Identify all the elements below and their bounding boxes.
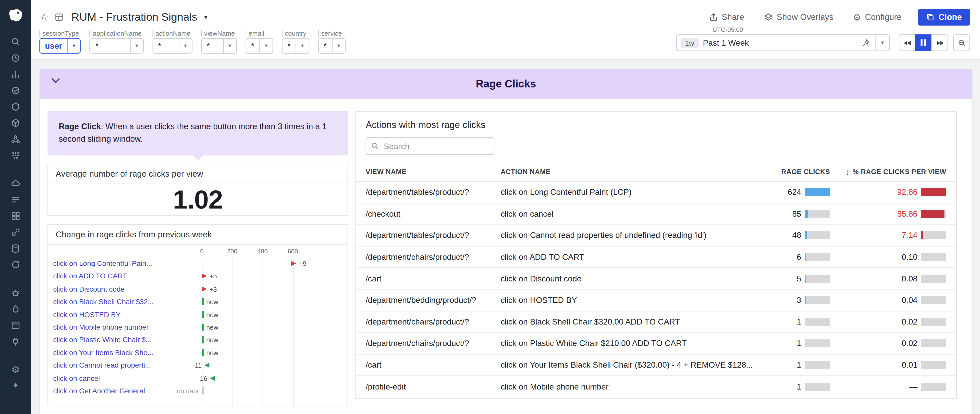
apm-icon[interactable] — [7, 227, 24, 237]
chevron-down-icon[interactable]: ▾ — [223, 39, 236, 53]
action-name-cell: click on Black Shell Chair $320.00 ADD T… — [501, 317, 769, 327]
filter-value-box[interactable]: *▾ — [245, 38, 273, 54]
table-row[interactable]: /department/chairs/product/?click on ADD… — [355, 246, 956, 268]
chart-row-plot: +5 — [202, 270, 344, 283]
skip-backward-button[interactable] — [899, 35, 916, 51]
action-name-cell: click on Plastic White Chair $210.00 ADD… — [501, 339, 769, 348]
section-banner: Rage Clicks — [40, 69, 972, 99]
avg-rage-clicks-value: 1.02 — [48, 184, 348, 215]
integrations-icon[interactable] — [7, 336, 24, 347]
table-row[interactable]: /department/bedding/product/?click on HO… — [355, 290, 956, 311]
rage-clicks-value: 6 — [769, 252, 801, 262]
page-title: RUM - Frustration Signals — [72, 10, 197, 23]
filter-value-box[interactable]: *▾ — [89, 38, 143, 54]
change-value: +5 — [209, 273, 217, 280]
collapse-chevron-icon[interactable] — [51, 78, 60, 84]
processes-icon[interactable] — [7, 150, 24, 160]
pct-rage-clicks-bar — [921, 188, 946, 196]
table-row[interactable]: /department/chairs/product/?click on Bla… — [355, 311, 956, 333]
infrastructure-icon[interactable] — [7, 101, 24, 112]
table-card-title: Actions with most rage clicks — [355, 112, 956, 136]
pct-rage-clicks-value: 85.86 — [830, 209, 918, 219]
action-link[interactable]: click on Cannot read properti... — [53, 362, 202, 369]
rage-clicks-table-card: Actions with most rage clicks VIEW NAME … — [355, 111, 957, 399]
error-tracking-icon[interactable] — [7, 287, 24, 298]
filter-value-box[interactable]: *▾ — [152, 38, 192, 54]
action-link[interactable]: click on Plastic White Chair $... — [53, 336, 202, 344]
filter-value-box[interactable]: *▾ — [201, 38, 237, 54]
time-range-picker[interactable]: 1w Past 1 Week ▾ — [676, 35, 890, 51]
action-name-cell: click on Discount code — [501, 274, 769, 283]
settings-icon[interactable]: ⚙ — [7, 364, 24, 375]
rum-icon[interactable] — [7, 320, 24, 330]
filter-applicationName: applicationName*▾ — [89, 30, 143, 54]
col-header-action-name[interactable]: ACTION NAME — [501, 168, 769, 175]
change-value: +3 — [209, 285, 217, 293]
table-row[interactable]: /department/tables/product/?click on Can… — [355, 225, 956, 246]
metrics-icon[interactable] — [7, 68, 24, 79]
chevron-down-icon[interactable]: ▾ — [179, 39, 192, 53]
network-icon[interactable] — [7, 133, 24, 144]
filter-label: applicationName — [89, 30, 143, 37]
pct-rage-clicks-bar — [921, 339, 946, 347]
sparkle-icon[interactable]: ✦ — [7, 380, 24, 391]
dashboards-icon[interactable] — [7, 210, 24, 221]
table-row[interactable]: /checkoutclick on cancel8585.86 — [355, 203, 956, 225]
databases-icon[interactable] — [7, 243, 24, 254]
new-marker-icon — [202, 298, 204, 305]
chart-row-plot: new — [202, 333, 344, 346]
configure-button[interactable]: ⚙ Configure — [853, 12, 902, 22]
table-row[interactable]: /department/chairs/product/?click on Pla… — [355, 333, 956, 355]
chevron-down-icon[interactable]: ▾ — [67, 39, 80, 53]
filter-value-box[interactable]: user▾ — [39, 38, 81, 54]
table-row[interactable]: /cartclick on Discount code50.08 — [355, 268, 956, 290]
col-header-pct-rage-clicks[interactable]: ↓% RAGE CLICKS PER VIEW — [830, 167, 946, 176]
action-link[interactable]: click on Mobile phone number — [53, 324, 202, 331]
action-link[interactable]: click on Discount code — [53, 285, 202, 293]
copy-icon — [927, 13, 935, 21]
search-icon[interactable] — [7, 36, 24, 47]
logs-icon[interactable] — [7, 194, 24, 205]
show-overlays-button[interactable]: Show Overlays — [764, 12, 834, 22]
table-row[interactable]: /profile-editclick on Mobile phone numbe… — [355, 376, 956, 397]
chevron-down-icon[interactable]: ▾ — [130, 39, 143, 53]
chevron-down-icon[interactable]: ▾ — [259, 39, 272, 53]
note-tail — [192, 155, 204, 161]
clone-button[interactable]: Clone — [918, 8, 970, 25]
time-chevron-down-icon[interactable]: ▾ — [875, 35, 889, 51]
col-header-rage-clicks[interactable]: RAGE CLICKS — [769, 168, 830, 175]
action-link[interactable]: click on ADD TO CART — [53, 273, 202, 280]
zoom-out-button[interactable] — [953, 35, 970, 51]
action-link[interactable]: click on Your Items Black She... — [53, 349, 202, 356]
monitors-icon[interactable] — [7, 85, 24, 95]
chevron-down-icon[interactable]: ▾ — [332, 39, 345, 53]
pause-button[interactable] — [915, 35, 932, 51]
change-value: -16 — [198, 374, 207, 382]
search-input[interactable] — [366, 137, 494, 155]
serverless-icon[interactable] — [7, 178, 24, 189]
filter-label: email — [245, 30, 273, 37]
ci-cd-icon[interactable] — [7, 259, 24, 270]
global-nav: ⚙ ✦ — [0, 0, 31, 414]
action-link[interactable]: click on Long Contentful Pain... — [53, 260, 202, 267]
action-name-cell: click on Long Contentful Paint (LCP) — [501, 187, 769, 197]
containers-icon[interactable] — [7, 117, 24, 128]
filter-value-box[interactable]: *▾ — [318, 38, 345, 54]
table-row[interactable]: /cartclick on Your Items Black Shell Cha… — [355, 354, 956, 376]
pct-rage-clicks-value: 0.08 — [830, 274, 918, 283]
share-button[interactable]: Share — [708, 12, 744, 22]
datadog-logo-icon[interactable] — [5, 5, 26, 26]
action-link[interactable]: click on cancel — [53, 374, 202, 382]
col-header-view-name[interactable]: VIEW NAME — [366, 168, 501, 175]
title-chevron-down-icon[interactable]: ▾ — [204, 13, 208, 21]
filter-value-box[interactable]: *▾ — [282, 38, 309, 54]
favorite-star-icon[interactable]: ☆ — [39, 11, 49, 22]
chevron-down-icon[interactable]: ▾ — [296, 39, 309, 53]
skip-forward-button[interactable] — [931, 35, 948, 51]
pin-icon[interactable] — [862, 39, 870, 47]
profiling-icon[interactable] — [7, 303, 24, 314]
action-link[interactable]: click on Black Shell Chair $32... — [53, 298, 202, 305]
table-row[interactable]: /department/tables/product/?click on Lon… — [355, 182, 956, 203]
action-link[interactable]: click on HOSTED BY — [53, 311, 202, 318]
watchdog-icon[interactable] — [7, 52, 24, 63]
